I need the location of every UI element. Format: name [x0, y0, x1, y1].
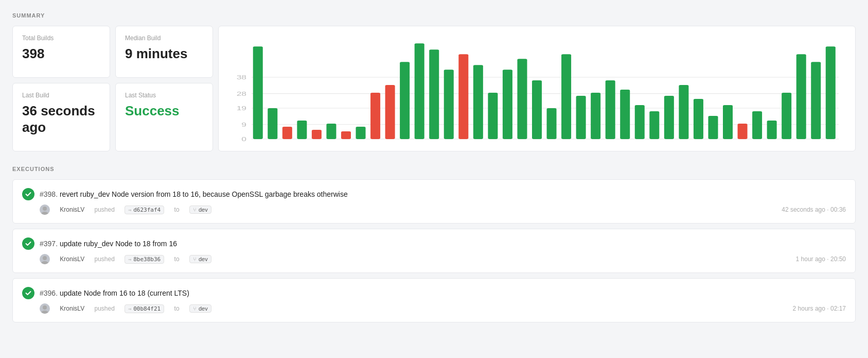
svg-rect-43	[738, 124, 748, 139]
action: pushed	[95, 255, 115, 263]
avatar	[40, 204, 50, 215]
username: KronisLV	[60, 305, 84, 312]
execution-time: 42 seconds ago · 00:36	[782, 206, 846, 213]
bar-chart-svg: 09192838	[227, 33, 847, 142]
svg-rect-31	[561, 54, 571, 139]
svg-rect-20	[400, 62, 410, 139]
last-status-value: Success	[125, 103, 203, 119]
svg-rect-18	[370, 93, 380, 139]
svg-rect-35	[620, 90, 630, 139]
svg-rect-14	[312, 130, 322, 139]
svg-point-53	[41, 261, 48, 264]
execution-number: #396.	[40, 289, 58, 297]
last-build-card: Last Build 36 seconds ago	[12, 83, 110, 151]
branch-tag[interactable]: ⑂dev	[189, 255, 211, 263]
execution-card: #397. update ruby_dev Node to 18 from 16…	[12, 229, 856, 273]
svg-rect-36	[635, 105, 645, 139]
status-success-icon	[22, 188, 34, 200]
svg-rect-23	[444, 70, 454, 139]
action: pushed	[95, 206, 115, 213]
svg-point-51	[41, 212, 48, 215]
svg-rect-15	[326, 124, 336, 139]
execution-top: #396. update Node from 16 to 18 (current…	[22, 287, 846, 299]
total-builds-value: 398	[22, 46, 100, 62]
branch-tag[interactable]: ⑂dev	[189, 206, 211, 214]
svg-rect-41	[708, 116, 718, 139]
median-build-card: Median Build 9 minutes	[115, 26, 213, 78]
executions-section: EXECUTIONS #398. revert ruby_dev Node ve…	[12, 166, 856, 322]
svg-rect-17	[356, 127, 366, 139]
last-status-card: Last Status Success	[115, 83, 213, 151]
execution-number: #397.	[40, 240, 58, 248]
execution-meta: KronisLV pushed ⇒00b84f21 to ⑂dev 2 hour…	[22, 303, 846, 314]
svg-rect-22	[429, 49, 439, 139]
svg-rect-12	[282, 127, 292, 139]
execution-time: 1 hour ago · 20:50	[796, 255, 846, 263]
svg-rect-33	[591, 93, 600, 139]
execution-title: #397. update ruby_dev Node to 18 from 16	[40, 240, 846, 248]
svg-text:0: 0	[241, 136, 246, 142]
username: KronisLV	[60, 255, 84, 263]
svg-rect-16	[341, 131, 351, 139]
svg-point-55	[41, 311, 48, 314]
execution-number: #398.	[40, 190, 58, 198]
svg-rect-27	[503, 70, 512, 139]
builds-chart: 09192838	[218, 26, 856, 151]
avatar	[40, 303, 50, 314]
avatar	[40, 254, 50, 264]
status-success-icon	[22, 287, 34, 299]
svg-rect-19	[385, 85, 395, 139]
branch-tag[interactable]: ⑂dev	[189, 304, 211, 313]
svg-rect-42	[723, 105, 733, 139]
to-label: to	[174, 305, 180, 312]
svg-text:28: 28	[237, 91, 246, 97]
svg-rect-25	[473, 65, 483, 139]
svg-point-50	[43, 207, 47, 211]
total-builds-label: Total Builds	[22, 35, 100, 42]
execution-card: #396. update Node from 16 to 18 (current…	[12, 278, 856, 322]
svg-rect-44	[752, 111, 762, 139]
svg-rect-40	[694, 99, 703, 139]
total-builds-card: Total Builds 398	[12, 26, 110, 78]
execution-title: #396. update Node from 16 to 18 (current…	[40, 289, 846, 297]
chart-inner: 09192838	[227, 33, 847, 144]
execution-top: #398. revert ruby_dev Node version from …	[22, 188, 846, 200]
summary-grid: Total Builds 398 Median Build 9 minutes …	[12, 26, 856, 151]
svg-point-54	[43, 305, 47, 310]
execution-time: 2 hours ago · 02:17	[793, 305, 846, 312]
summary-title: SUMMARY	[12, 12, 856, 19]
to-label: to	[174, 255, 180, 263]
commit-hash[interactable]: ⇒d623faf4	[125, 206, 164, 214]
to-label: to	[174, 206, 180, 213]
last-build-value: 36 seconds ago	[22, 103, 100, 135]
svg-rect-47	[796, 54, 806, 139]
last-build-label: Last Build	[22, 92, 100, 99]
svg-rect-45	[767, 121, 777, 139]
median-build-label: Median Build	[125, 35, 203, 42]
svg-rect-38	[664, 96, 674, 139]
execution-meta: KronisLV pushed ⇒8be38b36 to ⑂dev 1 hour…	[22, 254, 846, 264]
svg-text:9: 9	[241, 122, 246, 128]
executions-list: #398. revert ruby_dev Node version from …	[12, 179, 856, 322]
svg-rect-21	[415, 43, 424, 139]
summary-section: SUMMARY Total Builds 398 Median Build 9 …	[12, 12, 856, 151]
svg-rect-37	[649, 111, 659, 139]
username: KronisLV	[60, 206, 84, 213]
svg-text:19: 19	[237, 105, 246, 111]
commit-hash[interactable]: ⇒8be38b36	[125, 255, 164, 264]
commit-hash[interactable]: ⇒00b84f21	[125, 304, 164, 313]
svg-point-52	[43, 256, 47, 260]
svg-rect-39	[679, 85, 688, 139]
execution-card: #398. revert ruby_dev Node version from …	[12, 179, 856, 224]
action: pushed	[95, 305, 115, 312]
execution-top: #397. update ruby_dev Node to 18 from 16	[22, 237, 846, 250]
svg-rect-46	[782, 93, 791, 139]
svg-rect-28	[517, 59, 527, 139]
execution-meta: KronisLV pushed ⇒d623faf4 to ⑂dev 42 sec…	[22, 204, 846, 215]
svg-rect-13	[297, 121, 307, 139]
svg-rect-48	[811, 62, 821, 139]
svg-rect-29	[532, 80, 542, 139]
svg-rect-10	[253, 46, 263, 139]
executions-title: EXECUTIONS	[12, 166, 856, 172]
svg-rect-24	[458, 54, 468, 139]
